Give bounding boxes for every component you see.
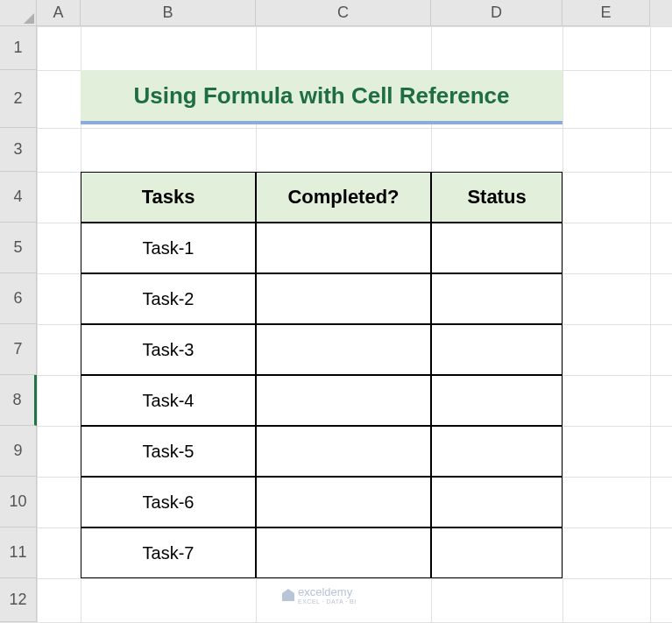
row-header-8[interactable]: 8: [0, 375, 37, 426]
table-cell[interactable]: [431, 273, 562, 324]
column-headers: ABCDE: [37, 0, 672, 26]
table-cell[interactable]: [256, 375, 431, 426]
spreadsheet: ABCDE 123456789101112 Using Formula with…: [0, 0, 672, 623]
grid-area: Using Formula with Cell ReferenceTasksCo…: [37, 26, 672, 623]
row-header-11[interactable]: 11: [0, 527, 37, 578]
row-header-1[interactable]: 1: [0, 26, 37, 70]
table-cell[interactable]: [431, 426, 562, 477]
column-header-D[interactable]: D: [431, 0, 562, 26]
row-header-6[interactable]: 6: [0, 273, 37, 324]
table-cell[interactable]: [256, 527, 431, 578]
table-cell[interactable]: [431, 223, 562, 273]
table-cell[interactable]: Task-4: [81, 375, 256, 426]
row-header-9[interactable]: 9: [0, 426, 37, 477]
row-header-4[interactable]: 4: [0, 172, 37, 223]
watermark-tagline: EXCEL · DATA · BI: [298, 598, 357, 605]
table-cell[interactable]: [256, 324, 431, 375]
table-cell[interactable]: [431, 324, 562, 375]
table-cell[interactable]: [431, 375, 562, 426]
row-header-3[interactable]: 3: [0, 128, 37, 172]
table-header-status[interactable]: Status: [431, 172, 562, 223]
row-header-7[interactable]: 7: [0, 324, 37, 375]
row-header-12[interactable]: 12: [0, 578, 37, 622]
row-headers: 123456789101112: [0, 26, 37, 623]
table-cell[interactable]: [431, 527, 562, 578]
table-cell[interactable]: [431, 477, 562, 527]
table-cell[interactable]: [256, 273, 431, 324]
watermark: exceldemyEXCEL · DATA · BI: [282, 585, 357, 605]
table-cell[interactable]: [256, 426, 431, 477]
row-header-2[interactable]: 2: [0, 70, 37, 128]
table-cell[interactable]: Task-3: [81, 324, 256, 375]
row-header-10[interactable]: 10: [0, 477, 37, 527]
title-cell[interactable]: Using Formula with Cell Reference: [81, 70, 562, 124]
table-header-tasks[interactable]: Tasks: [81, 172, 256, 223]
table-cell[interactable]: Task-5: [81, 426, 256, 477]
table-header-completed[interactable]: Completed?: [256, 172, 431, 223]
column-header-C[interactable]: C: [256, 0, 431, 26]
table-cell[interactable]: Task-6: [81, 477, 256, 527]
column-header-E[interactable]: E: [562, 0, 650, 26]
column-header-B[interactable]: B: [81, 0, 256, 26]
table-cell[interactable]: Task-7: [81, 527, 256, 578]
row-header-5[interactable]: 5: [0, 223, 37, 273]
watermark-brand: exceldemy: [298, 585, 352, 598]
watermark-icon: [282, 589, 294, 601]
column-header-A[interactable]: A: [37, 0, 81, 26]
select-all-corner[interactable]: [0, 0, 37, 26]
table-cell[interactable]: Task-1: [81, 223, 256, 273]
table-cell[interactable]: [256, 477, 431, 527]
table-cell[interactable]: Task-2: [81, 273, 256, 324]
table-cell[interactable]: [256, 223, 431, 273]
